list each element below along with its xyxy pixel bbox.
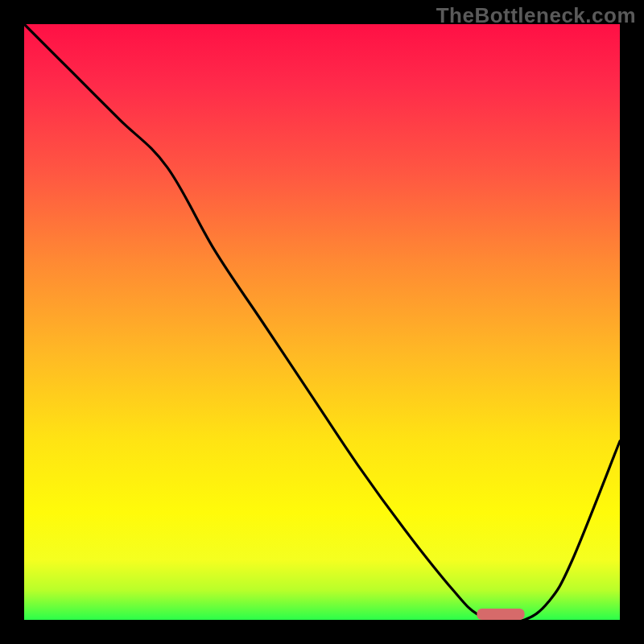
chart-svg	[24, 24, 620, 620]
optimum-marker	[477, 609, 524, 620]
chart-plot-area	[24, 24, 620, 620]
chart-line	[24, 24, 620, 620]
